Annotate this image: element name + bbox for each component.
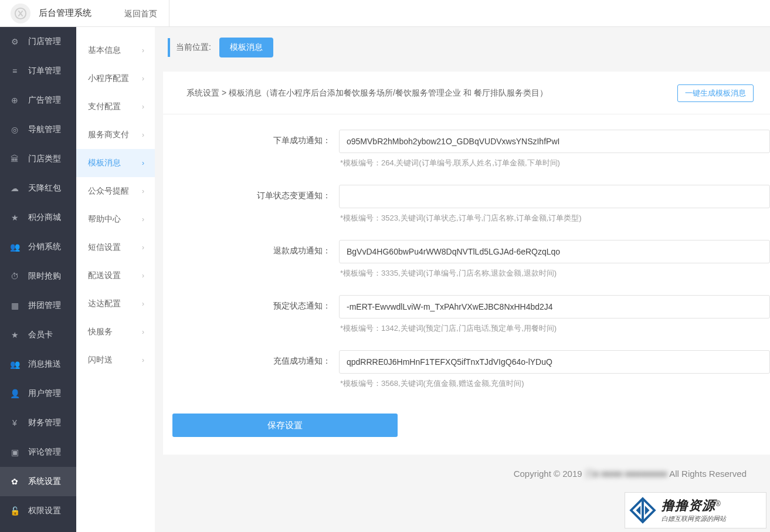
secondary-nav-item-3[interactable]: 服务商支付› [76,121,155,149]
primary-nav-label: 积分商城 [28,212,61,223]
save-button[interactable]: 保存设置 [172,414,398,437]
primary-nav-item-16[interactable]: 🔓权限设置 [0,496,76,526]
form-row-4: 充值成功通知：*模板编号：3568,关键词(充值金额,赠送金额,充值时间) [163,350,770,399]
secondary-nav-item-6[interactable]: 帮助中心› [76,205,155,233]
primary-nav-item-13[interactable]: ¥财务管理 [0,408,76,438]
primary-nav-item-8[interactable]: ⏱限时抢购 [0,262,76,291]
secondary-nav-item-4[interactable]: 模板消息› [76,149,155,177]
gear-icon: ✿ [9,476,20,487]
svg-marker-3 [636,506,641,514]
secondary-nav-label: 支付配置 [88,101,121,112]
watermark-reg: ® [715,500,721,508]
system-title: 后台管理系统 [39,8,91,19]
footer: Copyright © 2019 贝■ ■■■■ ■■■■■■■■ All Ri… [163,455,770,480]
user-icon: 👤 [9,388,20,399]
template-id-input-2[interactable] [339,240,770,263]
secondary-nav-item-8[interactable]: 配送设置› [76,262,155,290]
primary-nav-item-2[interactable]: ⊕广告管理 [0,86,76,115]
dashboard-icon: ⚙ [9,36,20,47]
form-row-1: 订单状态变更通知：*模板编号：3523,关键词(订单状态,订单号,门店名称,订单… [163,185,770,234]
chevron-right-icon: › [142,131,144,139]
primary-nav-label: 会员卡 [28,330,53,340]
secondary-nav-item-7[interactable]: 短信设置› [76,233,155,262]
primary-nav-item-11[interactable]: 👥消息推送 [0,350,76,379]
comment-icon: ▣ [9,447,20,458]
secondary-nav-label: 服务商支付 [88,130,129,140]
secondary-nav-label: 小程序配置 [88,73,129,84]
primary-nav-item-10[interactable]: ★会员卡 [0,320,76,350]
form-row-3: 预定状态通知：*模板编号：1342,关键词(预定门店,门店电话,预定单号,用餐时… [163,295,770,344]
secondary-sidebar: 基本信息›小程序配置›支付配置›服务商支付›模板消息›公众号提醒›帮助中心›短信… [76,27,155,532]
secondary-nav-label: 公众号提醒 [88,186,129,196]
secondary-nav-item-0[interactable]: 基本信息› [76,36,155,65]
primary-nav-item-6[interactable]: ★积分商城 [0,203,76,232]
star-icon: ★ [9,330,20,340]
primary-nav-item-5[interactable]: ☁天降红包 [0,174,76,203]
primary-nav-item-1[interactable]: ≡订单管理 [0,56,76,86]
primary-nav-item-0[interactable]: ⚙门店管理 [0,27,76,56]
form-label: 退款成功通知： [186,240,339,256]
template-id-input-3[interactable] [339,295,770,318]
list-icon: ≡ [9,66,20,76]
globe-icon: ⊕ [9,95,20,106]
form-label: 预定状态通知： [186,295,339,311]
users-icon: 👥 [9,242,20,252]
primary-nav-item-15[interactable]: ✿系统设置 [0,467,76,496]
primary-nav-label: 门店类型 [28,154,61,164]
chevron-right-icon: › [142,187,144,195]
form-row-0: 下单成功通知：*模板编号：264,关键词(订单编号,联系人姓名,订单金额,下单时… [163,130,770,179]
primary-nav-item-4[interactable]: 🏛门店类型 [0,144,76,174]
form-hint: *模板编号：1342,关键词(预定门店,门店电话,预定单号,用餐时间) [339,323,770,334]
footer-blurred: 贝■ ■■■■ ■■■■■■■■ [585,469,667,480]
svg-marker-4 [645,506,650,514]
template-id-input-1[interactable] [339,185,770,208]
form-label: 充值成功通知： [186,350,339,367]
secondary-nav-label: 达达配置 [88,299,121,309]
form-label: 订单状态变更通知： [186,185,339,201]
template-id-input-0[interactable] [339,130,770,153]
cloud-icon: ☁ [9,183,20,194]
template-id-input-4[interactable] [339,350,770,374]
chevron-right-icon: › [142,300,144,308]
secondary-nav-label: 配送设置 [88,270,121,281]
primary-nav-label: 天降红包 [28,183,61,194]
secondary-nav-item-5[interactable]: 公众号提醒› [76,177,155,205]
form-hint: *模板编号：3523,关键词(订单状态,订单号,门店名称,订单金额,订单类型) [339,213,770,223]
primary-nav-item-12[interactable]: 👤用户管理 [0,379,76,408]
primary-nav-item-14[interactable]: ▣评论管理 [0,438,76,467]
primary-nav-label: 财务管理 [28,418,61,428]
primary-nav-item-9[interactable]: ▦拼团管理 [0,291,76,320]
secondary-nav-item-1[interactable]: 小程序配置› [76,65,155,93]
bank-icon: 🏛 [9,154,20,164]
footer-suffix: All Rights Reserved [667,469,747,479]
primary-nav-label: 导航管理 [28,124,61,135]
secondary-nav-item-9[interactable]: 达达配置› [76,290,155,318]
primary-nav-label: 广告管理 [28,95,61,106]
secondary-nav-item-10[interactable]: 快服务› [76,318,155,346]
logo-icon [11,4,30,23]
form-hint: *模板编号：264,关键词(订单编号,联系人姓名,订单金额,下单时间) [339,158,770,168]
chevron-right-icon: › [142,46,144,55]
primary-nav-label: 限时抢购 [28,271,61,282]
breadcrumb-badge[interactable]: 模板消息 [219,38,273,57]
chevron-right-icon: › [142,356,144,364]
watermark-title: 撸撸资源 [662,498,715,513]
secondary-nav-item-2[interactable]: 支付配置› [76,93,155,121]
panel-breadcrumb-text: 系统设置 > 模板消息（请在小程序后台添加餐饮服务场所/餐饮服务管理企业 和 餐… [186,88,548,99]
primary-nav-item-7[interactable]: 👥分销系统 [0,232,76,262]
lock-icon: 🔓 [9,506,20,516]
chevron-right-icon: › [142,215,144,223]
primary-nav-item-3[interactable]: ◎导航管理 [0,115,76,144]
target-icon: ◎ [9,124,20,135]
back-home-link[interactable]: 返回首页 [113,0,169,27]
form-row-2: 退款成功通知：*模板编号：3335,关键词(订单编号,门店名称,退款金额,退款时… [163,240,770,289]
chevron-right-icon: › [142,74,144,83]
star-icon: ★ [9,212,20,223]
footer-prefix: Copyright © 2019 [514,469,585,479]
primary-sidebar: ⚙门店管理≡订单管理⊕广告管理◎导航管理🏛门店类型☁天降红包★积分商城👥分销系统… [0,27,76,532]
secondary-nav-label: 模板消息 [88,158,121,168]
generate-template-button[interactable]: 一键生成模板消息 [677,84,754,102]
chevron-right-icon: › [142,272,144,280]
secondary-nav-item-11[interactable]: 闪时送› [76,346,155,374]
clock-icon: ⏱ [9,271,20,282]
